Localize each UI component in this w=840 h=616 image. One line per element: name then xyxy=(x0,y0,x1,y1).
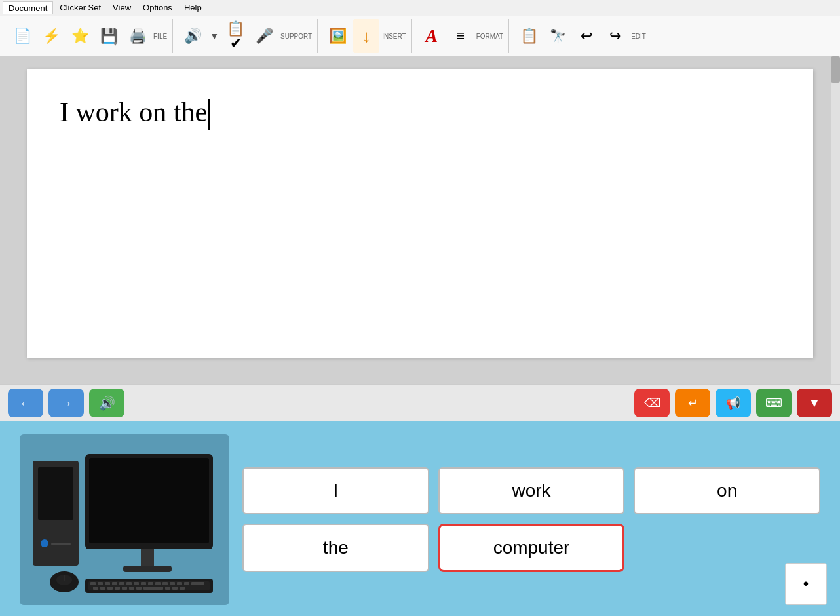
menubar: Document Clicker Set View Options Help xyxy=(0,0,840,16)
svg-rect-7 xyxy=(123,566,172,572)
speak-doc-icon: 🔊 xyxy=(99,395,115,411)
new-button[interactable]: 📄 xyxy=(9,19,35,53)
svg-rect-30 xyxy=(129,587,134,590)
svg-rect-22 xyxy=(177,582,182,585)
hide-panel-icon: ▼ xyxy=(809,396,820,410)
spellcheck-icon: 📋✔ xyxy=(225,22,246,50)
scrollbar-track[interactable] xyxy=(831,56,840,384)
paste-button[interactable]: 📋 xyxy=(516,19,542,53)
format-buttons: A ≡ xyxy=(419,19,474,53)
nav-forward-icon: → xyxy=(60,396,73,411)
backspace-button[interactable]: ⌫ xyxy=(634,389,670,417)
open-icon: ⚡ xyxy=(43,29,60,43)
speak2-button[interactable]: 📢 xyxy=(716,389,751,417)
star-icon: ⭐ xyxy=(71,29,89,43)
svg-rect-33 xyxy=(165,587,170,590)
redo-button[interactable]: ↪ xyxy=(602,19,628,53)
clicker-words: I work on the computer xyxy=(242,467,820,572)
paragraph-button[interactable]: ≡ xyxy=(448,19,474,53)
redo-icon: ↪ xyxy=(609,29,621,43)
menu-clicker-set[interactable]: Clicker Set xyxy=(54,1,106,14)
svg-rect-26 xyxy=(100,587,105,590)
toolbar: 📄 ⚡ ⭐ 💾 ▼ 🖨️ FILE 🔊 ▼ 📋✔ xyxy=(0,16,840,56)
menu-document[interactable]: Document xyxy=(3,1,53,14)
nav-forward-button[interactable]: → xyxy=(48,389,84,417)
enter-button[interactable]: ↵ xyxy=(675,389,710,417)
svg-rect-32 xyxy=(143,587,163,590)
svg-rect-13 xyxy=(112,582,117,585)
nav-back-button[interactable]: ← xyxy=(8,389,43,417)
toolbar-edit-section: 📋 🔭 ↩ ↪ EDIT xyxy=(510,19,651,53)
speak-icon: 🔊 xyxy=(184,29,202,43)
svg-rect-24 xyxy=(191,582,204,585)
keyboard-icon: ⌨ xyxy=(765,396,782,410)
save-button[interactable]: 💾 ▼ xyxy=(96,19,122,53)
control-left: ← → 🔊 xyxy=(8,389,124,417)
support-section-label: SUPPORT xyxy=(280,33,312,40)
support-buttons: 🔊 ▼ 📋✔ 🎤 xyxy=(180,19,278,53)
find-icon: 🔭 xyxy=(550,29,566,43)
favorite-button[interactable]: ⭐ xyxy=(67,19,93,53)
scrollbar-thumb[interactable] xyxy=(831,56,840,83)
menu-help[interactable]: Help xyxy=(179,1,207,14)
edit-buttons: 📋 🔭 ↩ ↪ xyxy=(516,19,628,53)
word-button-I[interactable]: I xyxy=(242,467,429,514)
new-icon: 📄 xyxy=(14,29,31,43)
svg-rect-18 xyxy=(148,582,153,585)
edit-section-label: EDIT xyxy=(631,33,646,40)
toolbar-insert-section: 🖼️ ↓ INSERT xyxy=(319,19,412,53)
paragraph-icon: ≡ xyxy=(456,29,465,43)
word-button-work[interactable]: work xyxy=(438,467,625,514)
open-button[interactable]: ⚡ xyxy=(38,19,64,53)
document-area[interactable]: I work on the xyxy=(0,56,840,384)
control-bar: ← → 🔊 ⌫ ↵ 📢 ⌨ ▼ xyxy=(0,384,840,421)
insert-symbol-button[interactable]: ↓ xyxy=(353,19,379,53)
svg-rect-25 xyxy=(93,587,98,590)
toolbar-format-section: A ≡ FORMAT xyxy=(413,19,509,53)
dot-button[interactable]: • xyxy=(785,563,827,605)
font-button[interactable]: A xyxy=(419,19,445,53)
document-page: I work on the xyxy=(27,69,813,358)
svg-rect-6 xyxy=(141,549,154,568)
clicker-panel-wrapper: I work on the computer • xyxy=(0,421,840,616)
keyboard-button[interactable]: ⌨ xyxy=(756,389,792,417)
find-button[interactable]: 🔭 xyxy=(544,19,571,53)
spellcheck-button[interactable]: 📋✔ xyxy=(223,19,249,53)
toolbar-support-section: 🔊 ▼ 📋✔ 🎤 SUPPORT xyxy=(174,19,318,53)
svg-rect-11 xyxy=(98,582,103,585)
symbol-icon: ↓ xyxy=(362,28,371,45)
svg-rect-28 xyxy=(115,587,120,590)
svg-rect-20 xyxy=(162,582,168,585)
word-button-on[interactable]: on xyxy=(634,467,820,514)
svg-rect-17 xyxy=(141,582,146,585)
hide-panel-button[interactable]: ▼ xyxy=(797,389,832,417)
menu-options[interactable]: Options xyxy=(138,1,178,14)
svg-rect-31 xyxy=(136,587,142,590)
microphone-button[interactable]: 🎤 xyxy=(252,19,278,53)
document-text[interactable]: I work on the xyxy=(60,96,780,130)
svg-rect-2 xyxy=(41,539,48,547)
print-icon: 🖨️ xyxy=(129,29,147,43)
svg-rect-29 xyxy=(122,587,127,590)
speak2-icon: 📢 xyxy=(726,396,740,410)
undo-button[interactable]: ↩ xyxy=(573,19,600,53)
speak-dropdown[interactable]: ▼ xyxy=(208,29,220,43)
nav-back-icon: ← xyxy=(19,396,32,411)
word-button-the[interactable]: the xyxy=(242,524,429,572)
svg-rect-10 xyxy=(90,582,96,585)
speak-doc-button[interactable]: 🔊 xyxy=(89,389,124,417)
computer-illustration xyxy=(26,441,223,598)
menu-view[interactable]: View xyxy=(107,1,136,14)
svg-rect-27 xyxy=(107,587,113,590)
file-section-label: FILE xyxy=(153,33,167,40)
print-button[interactable]: 🖨️ xyxy=(124,19,151,53)
paste-icon: 📋 xyxy=(520,29,538,43)
format-section-label: FORMAT xyxy=(476,33,503,40)
svg-rect-12 xyxy=(105,582,110,585)
word-button-computer[interactable]: computer xyxy=(438,524,625,572)
insert-image-button[interactable]: 🖼️ xyxy=(324,19,351,53)
enter-icon: ↵ xyxy=(688,396,698,410)
insert-section-label: INSERT xyxy=(382,33,406,40)
clicker-image xyxy=(20,434,229,605)
speak-button[interactable]: 🔊 xyxy=(180,19,206,53)
